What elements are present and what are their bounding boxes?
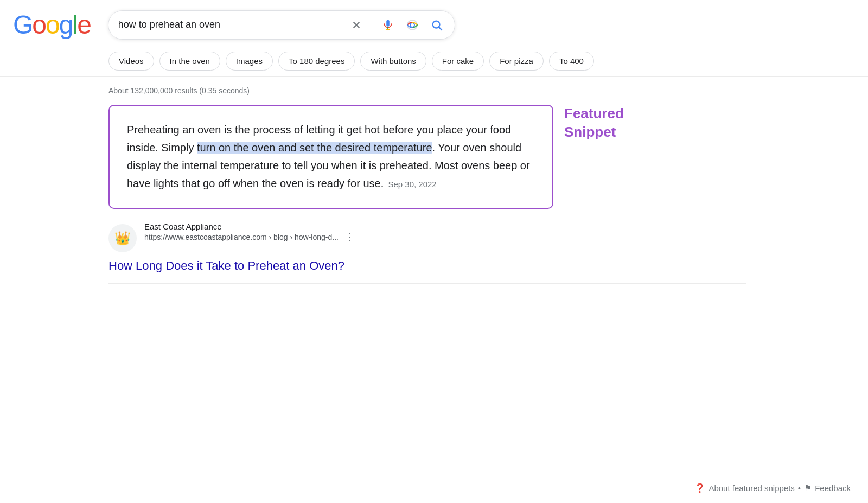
chip-for-pizza[interactable]: For pizza — [489, 52, 544, 71]
snippet-date: Sep 30, 2022 — [386, 180, 436, 189]
featured-label-line2: Snippet — [564, 123, 629, 142]
svg-line-8 — [439, 27, 442, 30]
chip-to-400[interactable]: To 400 — [549, 52, 594, 71]
logo-o2: o — [46, 10, 59, 40]
search-bar — [108, 10, 455, 40]
source-url-line: https://www.eastcoastappliance.com › blo… — [144, 231, 553, 243]
header: Google — [0, 0, 868, 46]
search-button[interactable] — [429, 17, 445, 33]
featured-snippet-container: Preheating an oven is the process of let… — [108, 105, 746, 209]
svg-point-6 — [410, 23, 414, 27]
featured-snippet-label: Featured Snippet — [564, 105, 629, 142]
search-input[interactable] — [118, 19, 343, 30]
three-dots-button[interactable]: ⋮ — [343, 231, 357, 243]
chip-videos[interactable]: Videos — [108, 52, 154, 71]
source-url-row: East Coast Appliance — [144, 222, 553, 231]
search-bar-icons — [349, 16, 445, 34]
chip-images[interactable]: Images — [226, 52, 273, 71]
divider — [108, 283, 746, 284]
logo-l: l — [72, 10, 77, 40]
svg-point-5 — [407, 20, 417, 30]
chip-in-the-oven[interactable]: In the oven — [159, 52, 220, 71]
results-count: About 132,000,000 results (0.35 seconds) — [108, 83, 746, 95]
result-title-link[interactable]: How Long Does it Take to Preheat an Oven… — [108, 258, 746, 275]
snippet-text: Preheating an oven is the process of let… — [127, 121, 535, 193]
svg-rect-2 — [386, 20, 390, 26]
source-name: East Coast Appliance — [144, 222, 222, 231]
source-favicon: 👑 — [108, 224, 137, 252]
lens-button[interactable] — [404, 16, 421, 34]
featured-snippet-box: Preheating an oven is the process of let… — [108, 105, 553, 209]
chip-with-buttons[interactable]: With buttons — [360, 52, 426, 71]
clear-button[interactable] — [349, 17, 364, 33]
microphone-button[interactable] — [380, 17, 396, 33]
snippet-highlight: turn on the oven and set the desired tem… — [197, 142, 432, 154]
google-logo: Google — [13, 10, 91, 40]
chip-for-cake[interactable]: For cake — [432, 52, 484, 71]
filter-chips: Videos In the oven Images To 180 degrees… — [0, 46, 868, 77]
logo-o1: o — [32, 10, 46, 40]
favicon-emoji: 👑 — [114, 231, 131, 246]
source-result: 👑 East Coast Appliance https://www.eastc… — [108, 222, 553, 252]
results-area: About 132,000,000 results (0.35 seconds)… — [0, 77, 760, 299]
logo-g: G — [13, 10, 32, 40]
logo-g2: g — [59, 10, 73, 40]
search-divider — [372, 18, 372, 32]
logo-e: e — [77, 10, 91, 40]
featured-label-line1: Featured — [564, 105, 629, 123]
source-info: East Coast Appliance https://www.eastcoa… — [144, 222, 553, 243]
source-url: https://www.eastcoastappliance.com › blo… — [144, 233, 339, 241]
chip-to-180-degrees[interactable]: To 180 degrees — [278, 52, 355, 71]
